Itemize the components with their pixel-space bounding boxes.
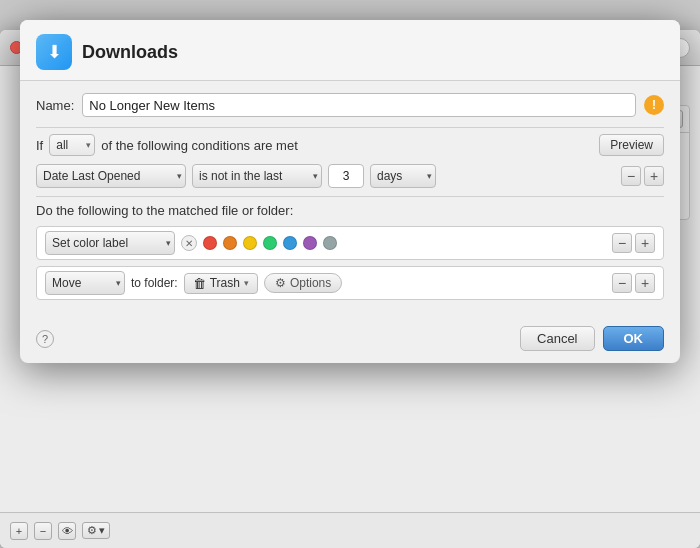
cancel-button[interactable]: Cancel <box>520 326 594 351</box>
field-select-wrap: Date Last Opened Date Added Date Modifie… <box>36 164 186 188</box>
modal-footer: ? Cancel OK <box>20 318 680 363</box>
color-dot-yellow[interactable] <box>243 236 257 250</box>
remove-action-1-button[interactable]: − <box>612 233 632 253</box>
condition-header: If all any ▾ of the following conditions… <box>36 134 664 156</box>
operator-select[interactable]: is not in the last is in the last <box>192 164 322 188</box>
add-action-2-button[interactable]: + <box>635 273 655 293</box>
action-move-row: Move Copy Rename ▾ to folder: 🗑 Trash ▾ … <box>36 266 664 300</box>
folder-icon: ⬇ <box>36 34 72 70</box>
unit-select[interactable]: days weeks months <box>370 164 436 188</box>
options-gear-icon: ⚙ <box>275 276 286 290</box>
if-label: If <box>36 138 43 153</box>
action-type-select-wrap-2: Move Copy Rename ▾ <box>45 271 125 295</box>
folder-select-chevron-icon: ▾ <box>244 278 249 288</box>
remove-condition-button[interactable]: − <box>621 166 641 186</box>
name-input[interactable] <box>82 93 636 117</box>
modal-overlay: ⬇ Downloads Name: ! If all any <box>0 0 700 548</box>
condition-rule-row: Date Last Opened Date Added Date Modifie… <box>36 164 664 188</box>
ok-button[interactable]: OK <box>603 326 665 351</box>
modal-header: ⬇ Downloads <box>20 20 680 81</box>
action-type-select-wrap-1: Set color label Move Copy ▾ <box>45 231 175 255</box>
color-clear-button[interactable]: ✕ <box>181 235 197 251</box>
condition-pm-group: − + <box>621 166 664 186</box>
color-dot-green[interactable] <box>263 236 277 250</box>
name-row: Name: ! <box>36 93 664 117</box>
name-label: Name: <box>36 98 74 113</box>
options-button[interactable]: ⚙ Options <box>264 273 342 293</box>
orange-badge: ! <box>644 95 664 115</box>
action-2-pm-group: − + <box>612 273 655 293</box>
trash-folder-icon: 🗑 <box>193 276 206 291</box>
color-dot-purple[interactable] <box>303 236 317 250</box>
value-input[interactable] <box>328 164 364 188</box>
action-color-row: Set color label Move Copy ▾ ✕ − + <box>36 226 664 260</box>
operator-select-wrap: is not in the last is in the last ▾ <box>192 164 322 188</box>
field-select[interactable]: Date Last Opened Date Added Date Modifie… <box>36 164 186 188</box>
color-dot-orange[interactable] <box>223 236 237 250</box>
options-label: Options <box>290 276 331 290</box>
unit-select-wrap: days weeks months ▾ <box>370 164 436 188</box>
conditions-text: of the following conditions are met <box>101 138 593 153</box>
add-action-1-button[interactable]: + <box>635 233 655 253</box>
remove-action-2-button[interactable]: − <box>612 273 632 293</box>
action-type-select-1[interactable]: Set color label Move Copy <box>45 231 175 255</box>
actions-label: Do the following to the matched file or … <box>36 203 664 218</box>
preview-button[interactable]: Preview <box>599 134 664 156</box>
color-dot-gray[interactable] <box>323 236 337 250</box>
action-1-pm-group: − + <box>612 233 655 253</box>
folder-selector[interactable]: 🗑 Trash ▾ <box>184 273 258 294</box>
divider-1 <box>36 127 664 128</box>
modal-body: Name: ! If all any ▾ of the following co… <box>20 81 680 318</box>
color-dot-red[interactable] <box>203 236 217 250</box>
action-type-select-2[interactable]: Move Copy Rename <box>45 271 125 295</box>
rule-editor-modal: ⬇ Downloads Name: ! If all any <box>20 20 680 363</box>
modal-title: Downloads <box>82 42 178 63</box>
if-all-select[interactable]: all any <box>49 134 95 156</box>
color-dot-blue[interactable] <box>283 236 297 250</box>
to-folder-text: to folder: <box>131 276 178 290</box>
help-button[interactable]: ? <box>36 330 54 348</box>
add-condition-button[interactable]: + <box>644 166 664 186</box>
if-select-wrap: all any ▾ <box>49 134 95 156</box>
folder-arrow-icon: ⬇ <box>47 41 62 63</box>
folder-name-label: Trash <box>210 276 240 290</box>
divider-2 <box>36 196 664 197</box>
